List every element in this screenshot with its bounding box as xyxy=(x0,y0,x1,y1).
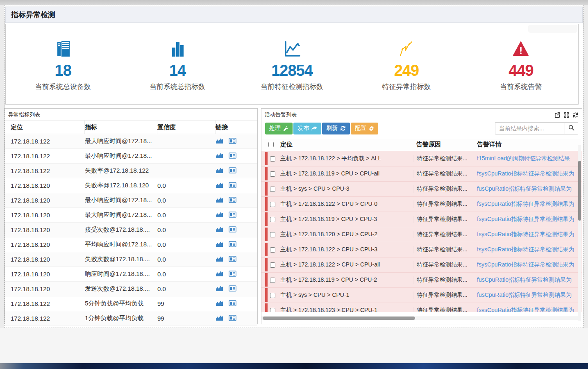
severity-bar xyxy=(265,243,268,256)
alarm-detail-link[interactable]: fsysCpuRatio指标特征异常检测结果为 xyxy=(474,170,582,178)
detail-doc-icon[interactable] xyxy=(229,226,236,234)
row-checkbox[interactable] xyxy=(270,308,275,312)
area-chart-icon[interactable] xyxy=(216,226,223,234)
detail-doc-icon[interactable] xyxy=(229,153,236,160)
metric-location: 172.18.18.120 xyxy=(11,212,85,219)
alarm-detail-link[interactable]: fsysCpuRatio指标特征异常检测结果为 xyxy=(474,246,582,253)
row-checkbox[interactable] xyxy=(270,262,275,268)
detail-doc-icon[interactable] xyxy=(229,300,236,308)
detail-doc-icon[interactable] xyxy=(229,285,236,293)
area-chart-icon[interactable] xyxy=(216,241,223,248)
detail-doc-icon[interactable] xyxy=(229,271,236,278)
config-button-label: 配置 xyxy=(355,125,366,132)
stat-label: 当前系统告警 xyxy=(500,82,542,91)
refresh-icon[interactable] xyxy=(572,112,579,118)
row-checkbox[interactable] xyxy=(270,247,275,253)
stat-value: 249 xyxy=(394,63,419,78)
stats-panel: 18 当前系统总设备数 14 当前系统总指标数 12854 当前特征检测指标数 … xyxy=(5,24,579,105)
alarm-panel-title: 活动告警列表 xyxy=(265,111,297,118)
row-checkbox[interactable] xyxy=(270,293,275,298)
metric-location: 172.18.18.120 xyxy=(11,241,85,248)
detail-doc-icon[interactable] xyxy=(229,197,236,204)
detail-doc-icon[interactable] xyxy=(229,241,236,248)
config-button[interactable]: 配置 xyxy=(351,123,378,134)
detail-doc-icon[interactable] xyxy=(229,182,236,189)
area-chart-icon[interactable] xyxy=(216,300,223,308)
select-all-checkbox[interactable] xyxy=(268,142,274,147)
publish-button[interactable]: 发布 xyxy=(293,123,321,134)
area-chart-icon[interactable] xyxy=(216,315,223,322)
search-button[interactable] xyxy=(565,122,578,134)
area-chart-icon[interactable] xyxy=(216,167,223,175)
metric-name: 失败率@172.18.18.122 xyxy=(85,167,157,175)
alarm-detail-link[interactable]: fsysCpuRatio指标特征异常检测结果为 xyxy=(474,216,582,223)
metric-location: 172.18.18.122 xyxy=(11,300,85,307)
alarm-detail-link[interactable]: fsysCpuRatio指标特征异常检测结果为 xyxy=(474,261,582,269)
metric-table-row: 172.18.18.1225分钟负载@平均负载99 xyxy=(5,296,257,311)
row-checkbox[interactable] xyxy=(270,217,275,222)
area-chart-icon[interactable] xyxy=(216,153,223,160)
row-checkbox[interactable] xyxy=(270,202,275,207)
alarm-detail-link[interactable]: fsysCpuRatio指标特征异常检测结果为 xyxy=(474,200,582,208)
area-chart-icon[interactable] xyxy=(216,197,223,204)
row-checkbox[interactable] xyxy=(270,156,275,162)
metric-name: 接受次数@172.18.18.... xyxy=(85,226,157,234)
search-icon xyxy=(568,125,574,132)
handle-button[interactable]: 处理 xyxy=(265,123,293,134)
horizontal-scrollbar[interactable] xyxy=(261,316,578,320)
metric-confidence: 99 xyxy=(157,315,216,322)
alarm-detail-link[interactable]: fsysCpuRatio指标特征异常检测结果为 xyxy=(474,307,582,312)
metric-location: 172.18.18.122 xyxy=(11,153,85,159)
area-chart-icon[interactable] xyxy=(216,285,223,293)
vertical-scrollbar[interactable] xyxy=(578,145,581,321)
detail-doc-icon[interactable] xyxy=(229,167,236,175)
severity-bar xyxy=(265,288,268,302)
row-checkbox[interactable] xyxy=(270,171,275,177)
metric-table-row: 172.18.18.120接受次数@172.18.18....0.0 xyxy=(5,223,257,237)
stat-system-alarms: 449 当前系统告警 xyxy=(464,24,578,104)
alarm-detail-link[interactable]: fusCpuRatio指标特征异常检测结果为 xyxy=(474,276,582,284)
stat-total-devices: 18 当前系统总设备数 xyxy=(6,24,120,104)
row-checkbox[interactable] xyxy=(270,278,275,283)
detail-doc-icon[interactable] xyxy=(229,315,236,322)
alarm-detail-link[interactable]: fsysCpuRatio指标特征异常检测结果为 xyxy=(474,231,582,238)
page-title: 指标异常检测 xyxy=(5,7,583,23)
metric-name: 失败次数@172.18.18.... xyxy=(85,255,157,263)
severity-bar xyxy=(265,197,268,211)
windows-taskbar-strip xyxy=(0,363,588,369)
metric-table-header: 定位 指标 置信度 链接 xyxy=(5,120,257,134)
alarm-detail-link[interactable]: fusCpuRatio指标特征异常检测结果为 xyxy=(474,185,582,193)
alarm-table-row: 主机 > 172.18.18.120 > CPU > CPU-2特征异常检测结果… xyxy=(261,227,582,242)
area-chart-icon[interactable] xyxy=(216,182,223,189)
metric-location: 172.18.18.120 xyxy=(11,285,85,292)
metric-confidence: 0.0 xyxy=(157,212,216,219)
expand-icon[interactable] xyxy=(563,112,570,118)
alarm-location: 主机 > 172.18.18.119 > CPU > CPU-2 xyxy=(280,276,413,284)
stat-value: 14 xyxy=(169,63,186,78)
metric-confidence: 0.0 xyxy=(157,182,216,189)
alarm-detail-link[interactable]: f15minLoad的周期特征异常检测结果 xyxy=(474,155,582,162)
horizontal-scrollbar-thumb[interactable] xyxy=(263,317,415,320)
window-top-strip xyxy=(0,0,588,5)
alarm-table-row: 主机 > sys > CPU > CPU-1特征异常检测结果...fusCpuR… xyxy=(261,288,582,303)
alarm-table-row: 主机 > 172.18.18.122 > CPU > CPU-0特征异常检测结果… xyxy=(261,197,582,212)
refresh-button[interactable]: 刷新 xyxy=(322,123,350,134)
line-chart-icon xyxy=(283,40,301,59)
search-input[interactable] xyxy=(495,122,565,134)
detail-doc-icon[interactable] xyxy=(229,256,236,263)
alarm-table-row: 主机 > 172.18.18.122 > 平均负载 > ALL特征异常检测结果.… xyxy=(261,151,582,166)
stat-value: 18 xyxy=(55,63,71,78)
row-checkbox[interactable] xyxy=(270,232,275,237)
row-checkbox[interactable] xyxy=(270,187,275,192)
area-chart-icon[interactable] xyxy=(216,138,223,145)
detail-doc-icon[interactable] xyxy=(229,212,236,219)
alarm-detail-link[interactable]: fusCpuRatio指标特征异常检测结果为 xyxy=(474,292,582,299)
vertical-scrollbar-thumb[interactable] xyxy=(578,161,581,221)
metric-location: 172.18.18.120 xyxy=(11,197,85,204)
stat-value: 12854 xyxy=(271,63,313,78)
area-chart-icon[interactable] xyxy=(216,271,223,278)
area-chart-icon[interactable] xyxy=(216,212,223,219)
export-icon[interactable] xyxy=(554,112,561,118)
area-chart-icon[interactable] xyxy=(216,256,223,263)
detail-doc-icon[interactable] xyxy=(229,138,236,145)
